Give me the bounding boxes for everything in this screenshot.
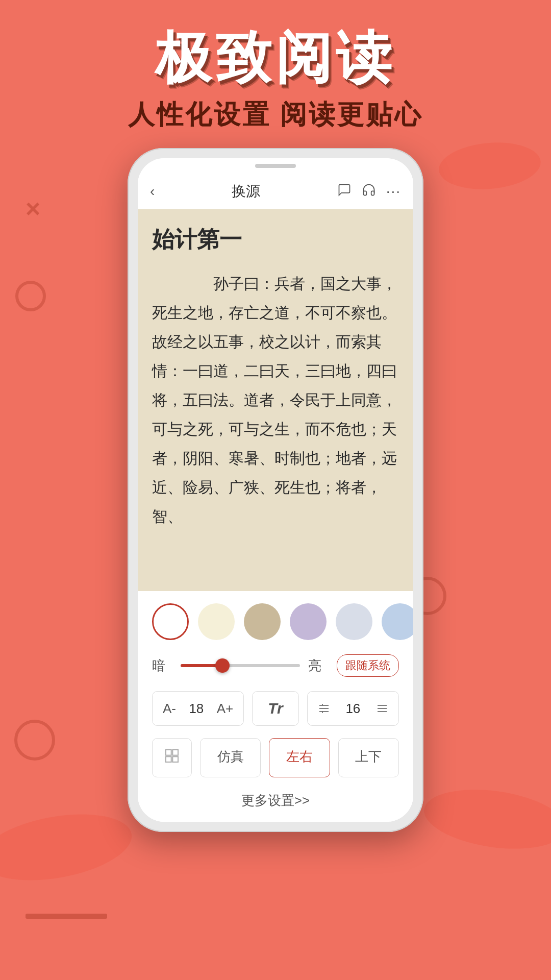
svg-rect-10 bbox=[166, 756, 171, 762]
font-controls-row: A- 18 A+ Tr bbox=[152, 691, 399, 726]
tb-mode-button[interactable]: 上下 bbox=[338, 738, 399, 777]
color-swatch-light-blue[interactable] bbox=[336, 603, 372, 640]
back-button[interactable]: ‹ bbox=[150, 183, 155, 200]
color-swatch-cream[interactable] bbox=[198, 603, 235, 640]
page-flip-row: 仿真 左右 上下 bbox=[152, 738, 399, 777]
chapter-title: 始计第一 bbox=[152, 225, 399, 255]
color-row bbox=[152, 603, 399, 640]
bg-wave-1 bbox=[0, 804, 137, 891]
settings-panel: 暗 亮 跟随系统 A- 18 A+ bbox=[138, 591, 413, 822]
nav-bar: ‹ 换源 bbox=[138, 174, 413, 209]
deco-x-1: × bbox=[26, 194, 40, 224]
svg-rect-9 bbox=[172, 750, 178, 755]
phone-speaker bbox=[255, 164, 296, 168]
deco-circle-1 bbox=[15, 281, 46, 311]
line-spacing-value: 16 bbox=[340, 701, 366, 717]
svg-rect-11 bbox=[172, 756, 178, 762]
font-style-control: Tr bbox=[252, 691, 298, 726]
slider-thumb[interactable] bbox=[215, 658, 230, 673]
brightness-dark-label: 暗 bbox=[152, 657, 172, 675]
deco-line-1 bbox=[26, 914, 107, 919]
reading-text: 孙子曰：兵者，国之大事，死生之地，存亡之道，不可不察也。故经之以五事，校之以计，… bbox=[152, 269, 399, 531]
line-spacing-control: 16 bbox=[307, 691, 399, 726]
font-decrease-button[interactable]: A- bbox=[153, 693, 186, 725]
font-style-button[interactable]: Tr bbox=[253, 692, 298, 725]
main-title: 极致阅读 bbox=[0, 20, 551, 96]
phone-inner: ‹ 换源 bbox=[138, 158, 413, 822]
color-swatch-white[interactable] bbox=[152, 603, 189, 640]
lr-mode-button[interactable]: 左右 bbox=[269, 738, 330, 777]
color-swatch-lavender[interactable] bbox=[290, 603, 327, 640]
brightness-bright-label: 亮 bbox=[308, 657, 329, 675]
phone-topbar bbox=[138, 158, 413, 174]
line-spacing-increase-button[interactable] bbox=[366, 694, 398, 723]
app-content: ‹ 换源 bbox=[138, 174, 413, 822]
phone-outer: ‹ 换源 bbox=[128, 148, 423, 832]
faux-mode-button[interactable]: 仿真 bbox=[200, 738, 261, 777]
more-settings-link[interactable]: 更多设置>> bbox=[152, 788, 399, 812]
font-increase-button[interactable]: A+ bbox=[207, 693, 244, 725]
more-icon[interactable]: ··· bbox=[386, 183, 401, 200]
follow-system-button[interactable]: 跟随系统 bbox=[337, 654, 399, 677]
scroll-mode-button[interactable] bbox=[152, 738, 192, 777]
deco-circle-3 bbox=[14, 720, 55, 761]
brightness-slider[interactable] bbox=[181, 664, 300, 667]
color-swatch-tan[interactable] bbox=[244, 603, 281, 640]
bg-wave-3 bbox=[437, 138, 542, 193]
nav-icons: ··· bbox=[337, 183, 401, 200]
bg-wave-2 bbox=[420, 781, 551, 857]
nav-title: 换源 bbox=[232, 182, 260, 201]
reading-area[interactable]: 始计第一 孙子曰：兵者，国之大事，死生之地，存亡之道，不可不察也。故经之以五事，… bbox=[138, 209, 413, 591]
font-size-control: A- 18 A+ bbox=[152, 691, 244, 726]
audio-icon[interactable] bbox=[362, 183, 376, 200]
color-swatch-pale-blue[interactable] bbox=[382, 603, 413, 640]
font-size-value: 18 bbox=[186, 701, 207, 717]
comment-icon[interactable] bbox=[337, 183, 352, 200]
phone-mockup: ‹ 换源 bbox=[128, 148, 423, 832]
svg-rect-8 bbox=[166, 750, 171, 755]
brightness-row: 暗 亮 跟随系统 bbox=[152, 654, 399, 677]
sub-title: 人性化设置 阅读更贴心 bbox=[0, 97, 551, 133]
line-spacing-decrease-button[interactable] bbox=[308, 694, 340, 723]
